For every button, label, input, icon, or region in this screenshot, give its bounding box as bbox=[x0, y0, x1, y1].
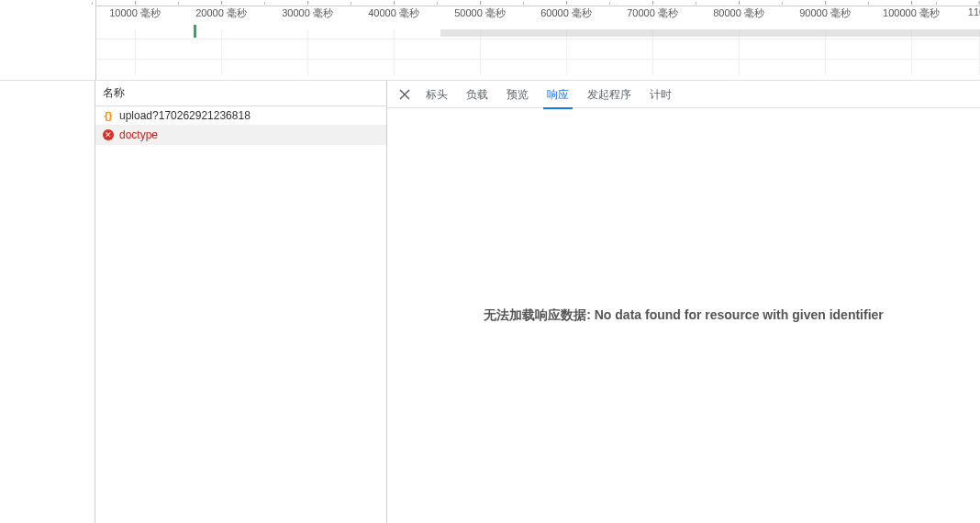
tab-headers[interactable]: 标头 bbox=[417, 81, 457, 108]
timeline-minor-tick bbox=[523, 2, 524, 5]
timeline-minor-tick bbox=[178, 2, 179, 5]
empty-response-message: 无法加载响应数据: No data found for resource wit… bbox=[484, 307, 884, 324]
request-list: {}upload?170262921236818✕doctype bbox=[95, 106, 386, 523]
timeline-tick: 70000 毫秒 bbox=[627, 6, 678, 20]
timeline-minor-tick bbox=[609, 2, 610, 5]
track-column-divider bbox=[221, 29, 222, 75]
tab-timing[interactable]: 计时 bbox=[640, 81, 681, 108]
timeline-tick: 30000 毫秒 bbox=[282, 6, 333, 20]
timeline-minor-tick bbox=[351, 2, 351, 5]
timeline-minor-tick bbox=[868, 2, 869, 5]
close-detail-button[interactable] bbox=[393, 83, 417, 106]
timeline-tick: 90000 毫秒 bbox=[799, 6, 851, 20]
track-separator bbox=[96, 59, 980, 60]
request-row[interactable]: {}upload?170262921236818 bbox=[95, 106, 386, 126]
request-name: upload?170262921236818 bbox=[119, 109, 251, 122]
timeline-tick: 80000 毫秒 bbox=[713, 6, 764, 20]
timeline-ruler[interactable]: 10000 毫秒20000 毫秒30000 毫秒40000 毫秒50000 毫秒… bbox=[96, 6, 980, 38]
track-column-divider bbox=[135, 29, 136, 75]
request-row[interactable]: ✕doctype bbox=[95, 126, 386, 145]
close-icon bbox=[399, 89, 410, 100]
timeline-track[interactable] bbox=[96, 29, 980, 75]
track-column-divider bbox=[394, 29, 395, 75]
detail-tabs: 标头负载预览响应发起程序计时 bbox=[387, 81, 980, 108]
timeline-tick: 40000 毫秒 bbox=[368, 6, 419, 20]
timeline-minor-tick bbox=[92, 2, 93, 5]
timeline-minor-tick bbox=[936, 2, 937, 5]
track-separator bbox=[96, 39, 980, 39]
request-detail-panel: 标头负载预览响应发起程序计时 无法加载响应数据: No data found f… bbox=[387, 81, 980, 523]
timeline-minor-tick bbox=[437, 2, 438, 5]
tab-preview[interactable]: 预览 bbox=[497, 81, 538, 108]
request-name: doctype bbox=[119, 128, 158, 141]
timeline-tick: 50000 毫秒 bbox=[454, 6, 506, 20]
timeline-minor-tick bbox=[264, 2, 265, 5]
timeline-selection-range[interactable] bbox=[440, 29, 980, 37]
left-gutter bbox=[0, 81, 95, 523]
timeline-minor-tick bbox=[782, 2, 783, 5]
tab-initiator[interactable]: 发起程序 bbox=[578, 81, 640, 108]
timeline-minor-tick bbox=[696, 2, 696, 5]
timeline-tick: 60000 毫秒 bbox=[540, 6, 592, 20]
request-list-panel: 名称 {}upload?170262921236818✕doctype bbox=[95, 81, 387, 523]
detail-body: 无法加载响应数据: No data found for resource wit… bbox=[387, 108, 980, 523]
tab-payload[interactable]: 负载 bbox=[457, 81, 497, 108]
timeline-tick: 10000 毫秒 bbox=[109, 6, 161, 20]
error-icon: ✕ bbox=[103, 129, 114, 140]
track-column-divider bbox=[307, 29, 308, 75]
tab-response[interactable]: 响应 bbox=[538, 81, 578, 108]
timeline-tick: 20000 毫秒 bbox=[195, 6, 247, 20]
timeline-tick: 100000 毫秒 bbox=[883, 6, 940, 20]
network-timeline-area: 10000 毫秒20000 毫秒30000 毫秒40000 毫秒50000 毫秒… bbox=[0, 0, 980, 81]
script-icon: {} bbox=[103, 110, 114, 121]
request-list-header: 名称 bbox=[95, 81, 386, 106]
timeline-tick: 1100 bbox=[968, 6, 980, 17]
